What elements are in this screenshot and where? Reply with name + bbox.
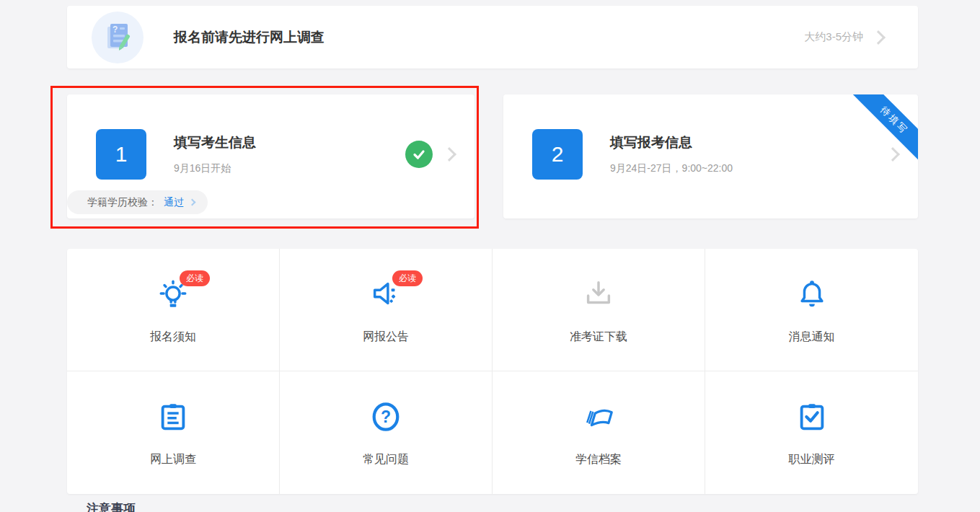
survey-banner[interactable]: ? 报名前请先进行网上调查 大约3-5分钟	[67, 6, 918, 69]
pending-ribbon: 待填写	[853, 94, 918, 162]
survey-document-icon: ?	[92, 12, 144, 63]
grid-item-career-assessment[interactable]: 职业测评	[705, 371, 918, 494]
grid-item-label: 网上调查	[150, 452, 196, 467]
megaphone-icon: 必读	[369, 278, 402, 311]
step-subtitle: 9月16日开始	[174, 162, 256, 175]
lightbulb-icon: 必读	[156, 278, 190, 311]
step-title: 填写报考信息	[610, 133, 733, 152]
archive-pages-icon	[582, 400, 615, 433]
grid-item-label: 学信档案	[575, 452, 622, 467]
question-circle-icon: ?	[369, 400, 402, 433]
grid-item-label: 准考证下载	[570, 330, 627, 345]
download-icon	[582, 278, 615, 311]
bell-icon	[795, 278, 829, 311]
step-card-application-info[interactable]: 2 填写报考信息 9月24日-27日，9:00~22:00 待填写	[503, 94, 918, 219]
chevron-right-icon[interactable]	[871, 30, 886, 45]
grid-item-notifications[interactable]: 消息通知	[705, 249, 918, 371]
must-read-badge: 必读	[180, 270, 210, 286]
grid-item-online-survey[interactable]: 网上调查	[67, 371, 280, 494]
chevron-right-icon[interactable]	[442, 147, 456, 162]
survey-form-icon	[156, 400, 190, 433]
clipboard-check-icon	[795, 400, 829, 433]
services-grid: 必读 报名须知 必读 网报公告 准考证下载	[67, 249, 918, 494]
svg-text:?: ?	[112, 25, 118, 35]
step-number-badge: 1	[96, 129, 146, 180]
grid-item-announcements[interactable]: 必读 网报公告	[280, 249, 493, 371]
chevron-right-icon	[189, 199, 196, 206]
step-title: 填写考生信息	[174, 133, 256, 152]
grid-item-label: 常见问题	[363, 452, 409, 467]
verify-label: 学籍学历校验：	[87, 196, 158, 209]
chevron-right-icon[interactable]	[886, 147, 900, 162]
grid-item-label: 职业测评	[789, 452, 835, 467]
svg-text:?: ?	[381, 407, 391, 426]
step-card-candidate-info[interactable]: 1 填写考生信息 9月16日开始 学籍学历校验： 通过	[67, 94, 474, 219]
grid-item-admission-ticket-download[interactable]: 准考证下载	[493, 249, 705, 371]
grid-item-label: 消息通知	[789, 330, 835, 345]
must-read-badge: 必读	[392, 270, 423, 286]
grid-item-signup-notice[interactable]: 必读 报名须知	[67, 249, 280, 371]
notes-section-heading: 注意事项	[87, 500, 136, 512]
grid-item-faq[interactable]: ? 常见问题	[280, 371, 493, 494]
completed-check-icon	[405, 141, 433, 168]
step-number-badge: 2	[532, 129, 583, 180]
verify-result-link[interactable]: 通过	[164, 196, 184, 209]
grid-item-label: 网报公告	[363, 330, 409, 345]
survey-duration: 大约3-5分钟	[804, 30, 863, 44]
step-subtitle: 9月24日-27日，9:00~22:00	[610, 162, 733, 175]
grid-item-chsi-archive[interactable]: 学信档案	[493, 371, 705, 494]
grid-item-label: 报名须知	[150, 330, 196, 345]
survey-banner-title: 报名前请先进行网上调查	[174, 28, 325, 47]
education-verify-status[interactable]: 学籍学历校验： 通过	[67, 190, 208, 214]
